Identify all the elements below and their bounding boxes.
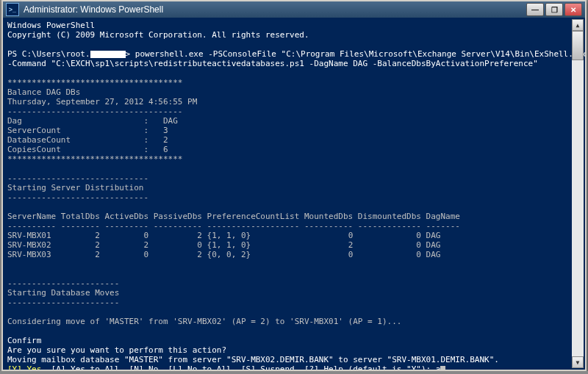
table-row: SRV-MBX01 2 0 2 {1, 1, 0} 0 0 DAG bbox=[7, 231, 440, 240]
table-row: SRV-MBX03 2 0 2 {0, 0, 2} 0 0 DAG bbox=[7, 250, 440, 259]
table-row: SRV-MBX02 2 2 0 {1, 1, 0} 2 0 DAG bbox=[7, 240, 440, 250]
serverdist-dashes-2: ----------------------------- bbox=[7, 193, 148, 202]
scrollbar-thumb[interactable] bbox=[572, 31, 584, 60]
dbmoves-considering: Considering move of 'MASTER' from 'SRV-M… bbox=[7, 317, 401, 326]
maximize-button[interactable]: ❐ bbox=[545, 3, 563, 16]
separator-2: ************************************ bbox=[7, 154, 182, 164]
confirm-choices: [Y] Yes [A] Yes to All [N] No [L] No to … bbox=[7, 364, 440, 370]
titlebar[interactable]: >_ Administrator: Windows PowerShell — ❐… bbox=[3, 1, 585, 18]
balance-timestamp: Thursday, September 27, 2012 4:56:55 PM bbox=[7, 97, 197, 107]
header-line1: Windows PowerShell bbox=[7, 21, 95, 30]
confirm-question: Are you sure you want to perform this ac… bbox=[7, 345, 226, 355]
window: >_ Administrator: Windows PowerShell — ❐… bbox=[1, 0, 587, 371]
cursor bbox=[440, 366, 445, 370]
balance-field-row: Dag : DAG bbox=[7, 116, 178, 126]
scroll-up-button[interactable]: ▲ bbox=[572, 19, 584, 31]
serverdist-header-rule: ---------- -------- --------- ----------… bbox=[7, 221, 460, 231]
window-controls: — ❐ ✕ bbox=[526, 3, 582, 16]
balance-field-row: ServerCount : 3 bbox=[7, 126, 168, 135]
balance-field-row: DatabaseCount : 2 bbox=[7, 135, 168, 145]
scrollbar-track[interactable] bbox=[572, 31, 584, 356]
console-output[interactable]: Windows PowerShell Copyright (C) 2009 Mi… bbox=[3, 18, 585, 370]
scroll-down-button[interactable]: ▼ bbox=[572, 356, 584, 368]
balance-field-row: CopiesCount : 6 bbox=[7, 145, 168, 154]
header-line2: Copyright (C) 2009 Microsoft Corporation… bbox=[7, 30, 309, 40]
serverdist-dashes: ----------------------------- bbox=[7, 173, 148, 183]
powershell-icon: >_ bbox=[6, 3, 19, 16]
close-button[interactable]: ✕ bbox=[564, 3, 582, 16]
serverdist-title: Starting Server Distribution bbox=[7, 183, 143, 193]
balance-dashes: ------------------------------------ bbox=[7, 107, 182, 116]
dbmoves-dashes-2: ----------------------- bbox=[7, 298, 119, 307]
prompt-line-2: -Command "C:\EXCH\sp1\scripts\redistribu… bbox=[7, 59, 538, 68]
confirm-moving: Moving mailbox database "MASTER" from se… bbox=[7, 355, 499, 364]
minimize-button[interactable]: — bbox=[526, 3, 544, 16]
redacted-text bbox=[90, 51, 126, 58]
balance-title: Balance DAG DBs bbox=[7, 87, 80, 97]
window-title: Administrator: Windows PowerShell bbox=[24, 5, 526, 15]
prompt-line-1: PS C:\Users\root.> powershell.exe -PSCon… bbox=[7, 49, 585, 59]
dbmoves-dashes: ----------------------- bbox=[7, 278, 119, 288]
confirm-title: Confirm bbox=[7, 336, 41, 345]
dbmoves-title: Starting Database Moves bbox=[7, 288, 119, 298]
vertical-scrollbar[interactable]: ▲ ▼ bbox=[572, 19, 584, 368]
serverdist-header: ServerName TotalDbs ActiveDbs PassiveDbs… bbox=[7, 212, 460, 221]
separator-1: ************************************ bbox=[7, 78, 182, 87]
